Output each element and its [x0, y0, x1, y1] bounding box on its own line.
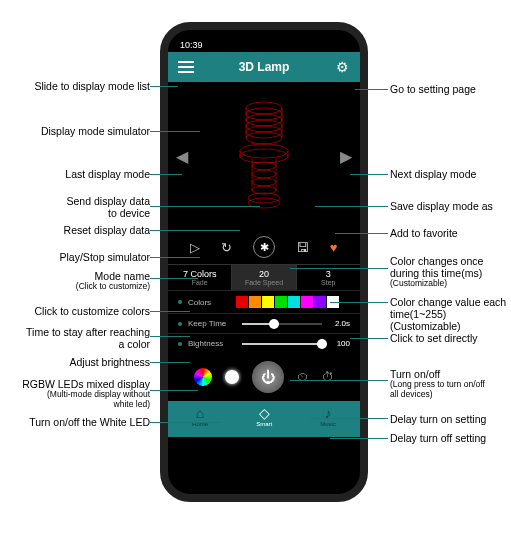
smart-icon: ◇	[256, 405, 272, 421]
callout: Save display mode as	[390, 200, 493, 212]
gear-icon[interactable]: ⚙	[334, 59, 350, 75]
play-stop-button[interactable]: ▷	[190, 240, 200, 255]
color-swatches[interactable]	[236, 296, 339, 308]
prev-mode-button[interactable]: ◀	[176, 147, 188, 166]
callout: Time to stay after reachinga color	[3, 326, 150, 350]
favorite-button[interactable]: ♥	[330, 240, 338, 255]
nav-home[interactable]: ⌂ Home	[192, 405, 208, 427]
brightness-value[interactable]: 100	[328, 339, 350, 348]
callout: Click to set directly	[390, 332, 478, 344]
callout: Delay turn on setting	[390, 413, 486, 425]
colors-label: Colors	[188, 298, 236, 307]
color-swatch[interactable]	[236, 296, 248, 308]
menu-icon[interactable]	[178, 59, 194, 75]
callout: Send display datato device	[3, 195, 150, 219]
save-as-button[interactable]: 🖫	[296, 240, 309, 255]
callout: Mode name(Click to customize)	[3, 270, 150, 292]
nav-music[interactable]: ♪ Music	[320, 405, 336, 427]
callout: Turn on/off(Long press to turn on/off al…	[390, 368, 485, 400]
white-led-toggle[interactable]	[225, 370, 239, 384]
callout: Last display mode	[3, 168, 150, 180]
lamp-preview	[229, 96, 299, 216]
color-swatch[interactable]	[262, 296, 274, 308]
app-header: 3D Lamp ⚙	[168, 52, 360, 82]
callout: Go to setting page	[390, 83, 476, 95]
brightness-label: Bightness	[188, 339, 236, 348]
svg-point-9	[252, 170, 276, 178]
rgbw-toggle[interactable]	[194, 368, 212, 386]
home-icon: ⌂	[192, 405, 208, 421]
page-title: 3D Lamp	[239, 60, 290, 74]
brightness-row: Bightness 100	[168, 333, 360, 353]
callout: Display mode simulator	[3, 125, 150, 137]
send-bluetooth-button[interactable]: ✱	[253, 236, 275, 258]
keep-time-row: Keep Time 2.0s	[168, 313, 360, 333]
callout: Adjust brightness	[3, 356, 150, 368]
power-button[interactable]: ⏻	[252, 361, 284, 393]
callout: Color change value eachtime(1~255)(Custo…	[390, 296, 511, 332]
next-mode-button[interactable]: ▶	[340, 147, 352, 166]
color-swatch[interactable]	[314, 296, 326, 308]
keep-time-value[interactable]: 2.0s	[328, 319, 350, 328]
color-swatch[interactable]	[288, 296, 300, 308]
delay-on-button[interactable]: ⏲	[297, 370, 309, 384]
callout: Click to customize colors	[3, 305, 150, 317]
keep-time-slider[interactable]	[242, 323, 322, 325]
callout: Delay turn off setting	[390, 432, 486, 444]
nav-bar: ⌂ Home ◇ Smart ♪ Music	[168, 401, 360, 437]
display-mode-simulator: ◀ ▶	[168, 82, 360, 230]
callout: Add to favorite	[390, 227, 458, 239]
callout: RGBW LEDs mixed display(Multi-mode displ…	[3, 378, 150, 410]
brightness-slider[interactable]	[242, 343, 322, 345]
callout: Play/Stop simulator	[3, 251, 150, 263]
color-swatch[interactable]	[275, 296, 287, 308]
color-swatch[interactable]	[301, 296, 313, 308]
keep-time-label: Keep Time	[188, 319, 236, 328]
callout: Color changes onceduring this time(ms)(C…	[390, 255, 483, 289]
callout: Next display mode	[390, 168, 476, 180]
delay-off-button[interactable]: ⏱	[322, 370, 334, 384]
control-bar: ▷ ↻ ✱ 🖫 ♥	[168, 230, 360, 264]
callout: Turn on/off the White LED	[3, 416, 150, 428]
color-swatch[interactable]	[249, 296, 261, 308]
nav-smart[interactable]: ◇ Smart	[256, 405, 272, 427]
fade-speed-cell[interactable]: 20 Fade Speed	[232, 265, 296, 290]
svg-point-10	[252, 178, 276, 186]
callout: Slide to display mode list	[3, 80, 150, 92]
reset-button[interactable]: ↻	[221, 240, 232, 255]
callout: Reset display data	[3, 224, 150, 236]
status-time: 10:39	[180, 40, 203, 50]
